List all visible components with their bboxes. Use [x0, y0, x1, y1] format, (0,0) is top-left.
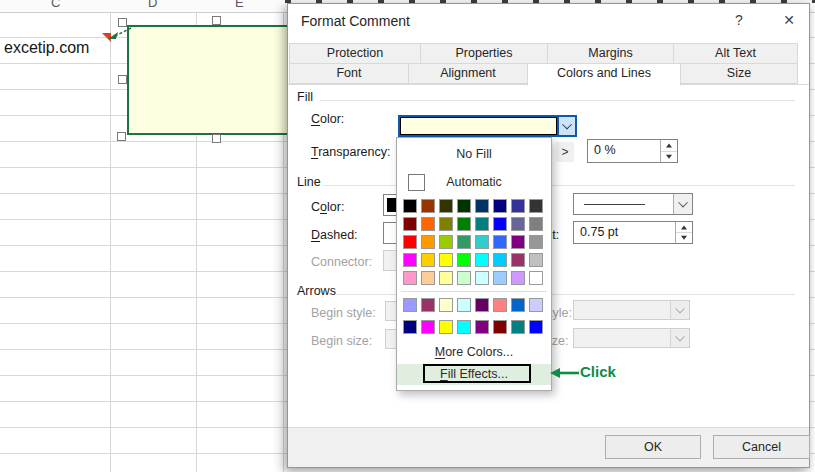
comment-box[interactable]: [127, 25, 307, 135]
spin-down-button[interactable]: [661, 151, 677, 163]
color-swatch[interactable]: [439, 253, 453, 267]
resize-handle-top-mid[interactable]: [212, 16, 221, 25]
tab-size[interactable]: Size: [680, 63, 798, 84]
color-swatch[interactable]: [439, 217, 453, 231]
color-swatch[interactable]: [493, 235, 507, 249]
transparency-slider-right-button[interactable]: >: [556, 142, 574, 162]
color-swatch[interactable]: [511, 217, 525, 231]
color-swatch[interactable]: [457, 199, 471, 213]
weight-spinner[interactable]: 0.75 pt: [573, 221, 693, 244]
ok-button[interactable]: OK: [605, 435, 701, 459]
transparency-value[interactable]: 0 %: [588, 140, 660, 162]
color-swatch[interactable]: [403, 298, 417, 312]
color-swatch[interactable]: [439, 298, 453, 312]
color-swatch[interactable]: [421, 253, 435, 267]
color-swatch[interactable]: [529, 320, 543, 334]
color-swatch[interactable]: [421, 235, 435, 249]
column-header-d[interactable]: D: [148, 0, 157, 10]
tab-protection[interactable]: Protection: [289, 43, 421, 64]
cell-excetip[interactable]: excetip.com: [4, 39, 89, 57]
color-swatch[interactable]: [439, 271, 453, 285]
tab-alignment[interactable]: Alignment: [408, 63, 528, 84]
color-swatch[interactable]: [511, 253, 525, 267]
color-swatch[interactable]: [529, 199, 543, 213]
color-swatch[interactable]: [475, 298, 489, 312]
color-swatch[interactable]: [439, 235, 453, 249]
color-swatch[interactable]: [457, 298, 471, 312]
tab-margins[interactable]: Margins: [547, 43, 674, 64]
fill-color-value[interactable]: [398, 115, 559, 137]
line-style-dropdown[interactable]: [573, 193, 693, 215]
color-swatch[interactable]: [421, 298, 435, 312]
menu-item-no-fill[interactable]: No Fill: [397, 141, 551, 168]
cancel-button[interactable]: Cancel: [713, 435, 810, 459]
line-style-dropdown-button[interactable]: [673, 194, 692, 214]
column-header-c[interactable]: C: [51, 0, 60, 10]
color-swatch[interactable]: [421, 217, 435, 231]
resize-handle-bottom-mid[interactable]: [212, 134, 221, 143]
color-swatch[interactable]: [457, 253, 471, 267]
color-swatch[interactable]: [421, 199, 435, 213]
color-swatch[interactable]: [475, 217, 489, 231]
color-swatch[interactable]: [457, 271, 471, 285]
tab-font[interactable]: Font: [289, 63, 409, 84]
line-sample-icon: [584, 204, 645, 205]
fill-color-dropdown[interactable]: [398, 115, 577, 137]
color-swatch[interactable]: [475, 199, 489, 213]
color-swatch[interactable]: [529, 217, 543, 231]
color-swatch[interactable]: [421, 271, 435, 285]
color-swatch[interactable]: [493, 253, 507, 267]
fill-color-dropdown-button[interactable]: [559, 115, 577, 137]
resize-handle-mid-left[interactable]: [118, 75, 127, 84]
color-swatch[interactable]: [511, 320, 525, 334]
color-swatch[interactable]: [403, 253, 417, 267]
color-swatch[interactable]: [439, 320, 453, 334]
color-swatch[interactable]: [529, 298, 543, 312]
menu-item-fill-effects[interactable]: Fill Effects...: [397, 364, 551, 385]
color-swatch[interactable]: [511, 271, 525, 285]
menu-item-more-colors[interactable]: More Colors...: [397, 342, 551, 363]
color-swatch[interactable]: [475, 271, 489, 285]
spin-up-button[interactable]: [661, 140, 677, 151]
tab-colors-and-lines[interactable]: Colors and Lines: [527, 63, 681, 86]
color-swatch[interactable]: [511, 199, 525, 213]
color-swatch[interactable]: [457, 217, 471, 231]
transparency-spinner[interactable]: 0 %: [587, 139, 678, 163]
color-swatch[interactable]: [403, 217, 417, 231]
color-swatch[interactable]: [511, 235, 525, 249]
color-swatch[interactable]: [403, 199, 417, 213]
color-swatch[interactable]: [403, 271, 417, 285]
weight-value[interactable]: 0.75 pt: [574, 222, 675, 243]
tab-alt-text[interactable]: Alt Text: [673, 43, 798, 64]
color-swatch[interactable]: [511, 298, 525, 312]
spin-up-button[interactable]: [676, 222, 692, 232]
fill-color-popup: No Fill Automatic More Colors... Fill Ef…: [396, 137, 552, 391]
color-swatch[interactable]: [493, 298, 507, 312]
color-swatch[interactable]: [457, 320, 471, 334]
color-swatch[interactable]: [421, 320, 435, 334]
color-swatch[interactable]: [493, 217, 507, 231]
resize-handle-bottom-left[interactable]: [117, 132, 126, 141]
color-swatch[interactable]: [529, 253, 543, 267]
color-swatch[interactable]: [493, 320, 507, 334]
color-swatch[interactable]: [493, 199, 507, 213]
color-swatch[interactable]: [475, 320, 489, 334]
color-swatch[interactable]: [403, 320, 417, 334]
color-swatch[interactable]: [475, 235, 489, 249]
help-icon[interactable]: ?: [724, 9, 754, 31]
dialog-titlebar[interactable]: Format Comment ? ✕: [288, 4, 809, 36]
color-swatch[interactable]: [475, 253, 489, 267]
color-swatch[interactable]: [493, 271, 507, 285]
color-swatch[interactable]: [529, 235, 543, 249]
tab-properties[interactable]: Properties: [420, 43, 548, 64]
color-swatch[interactable]: [403, 235, 417, 249]
color-swatch[interactable]: [529, 271, 543, 285]
spin-down-button[interactable]: [676, 232, 692, 243]
close-icon[interactable]: ✕: [774, 9, 804, 31]
triangle-down-icon: [666, 155, 672, 159]
color-swatch[interactable]: [457, 235, 471, 249]
arrows-group-label: Arrows: [297, 284, 336, 298]
column-header-e[interactable]: E: [235, 0, 244, 10]
resize-handle-top-left[interactable]: [118, 18, 127, 27]
color-swatch[interactable]: [439, 199, 453, 213]
